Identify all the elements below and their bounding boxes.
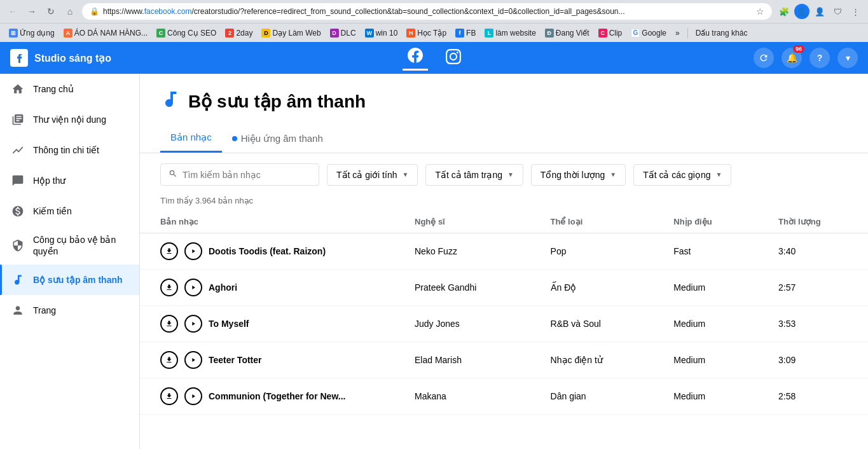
filter-giong[interactable]: Tất cả các giọng ▼	[633, 164, 731, 186]
sidebar-library-label: Thư viện nội dung	[33, 114, 106, 125]
play-btn-4[interactable]	[184, 351, 202, 369]
tabs: Bản nhạc Hiệu ứng âm thanh	[140, 124, 868, 153]
notifications-button[interactable]: 🔔 96	[782, 48, 802, 68]
song-tempo-5: Medium	[653, 378, 758, 415]
table-header: Bản nhạc Nghệ sĩ Thể loại Nhịp điệu Thời…	[140, 211, 868, 233]
content-inner: Bộ sưu tập âm thanh Bản nhạc Hiệu ứng âm…	[140, 74, 868, 449]
star-icon[interactable]: ☆	[756, 6, 764, 17]
day-favicon: D	[261, 29, 270, 38]
filter-thoi-luong[interactable]: Tổng thời lượng ▼	[531, 164, 626, 186]
main-layout: Trang chủ Thư viện nội dung Thông tin ch…	[0, 74, 868, 449]
tab-ban-nhac[interactable]: Bản nhạc	[160, 124, 222, 153]
play-btn-3[interactable]	[184, 315, 202, 333]
dropdown-button[interactable]: ▾	[837, 48, 858, 68]
security-icon[interactable]: 🛡	[830, 4, 845, 19]
header-logo: Studio sáng tạo	[10, 49, 111, 67]
song-title-2: Aghori	[209, 282, 237, 293]
bookmark-fb[interactable]: f FB	[451, 27, 479, 39]
search-input[interactable]	[183, 170, 311, 180]
song-genre-1: Pop	[530, 233, 654, 270]
filter-tam-trang[interactable]: Tất cả tâm trạng ▼	[425, 164, 523, 186]
song-genre-5: Dân gian	[530, 378, 654, 415]
song-tempo-2: Medium	[653, 270, 758, 306]
music-table-wrapper: Bản nhạc Nghệ sĩ Thể loại Nhịp điệu Thời…	[140, 211, 868, 415]
search-box[interactable]	[160, 163, 319, 186]
play-btn-1[interactable]	[184, 242, 202, 260]
sidebar-item-home[interactable]: Trang chủ	[0, 74, 139, 104]
2day-favicon: 2	[225, 29, 234, 38]
forward-button[interactable]: →	[24, 4, 39, 19]
library-icon	[10, 112, 25, 127]
song-cell-4: Teeter Totter	[140, 342, 394, 378]
platform-instagram[interactable]	[441, 46, 466, 70]
song-genre-4: Nhạc điện tử	[530, 342, 654, 378]
bookmark-win10[interactable]: W win 10	[361, 27, 402, 39]
bookmark-dlc[interactable]: D DLC	[326, 27, 360, 39]
profile-button[interactable]: 👤	[794, 4, 809, 19]
play-btn-2[interactable]	[184, 279, 202, 296]
sidebar-item-library[interactable]: Thư viện nội dung	[0, 104, 139, 135]
sidebar-item-insights[interactable]: Thông tin chi tiết	[0, 135, 139, 165]
lock-icon: 🔒	[90, 7, 99, 16]
download-btn-1[interactable]	[160, 242, 178, 260]
account-button[interactable]: 👤	[812, 4, 827, 19]
bookmark-hoc-tap-label: Học Tập	[417, 29, 446, 38]
bookmark-day-lam-web[interactable]: D Dạy Làm Web	[258, 27, 324, 39]
song-cell-content-2: Aghori	[160, 279, 374, 296]
chevron-down-icon: ▾	[846, 53, 850, 63]
bookmark-dang-viet[interactable]: Đ Đang Viết	[541, 27, 593, 39]
google-favicon: G	[631, 29, 640, 38]
dang-viet-favicon: Đ	[545, 29, 554, 38]
refresh-button[interactable]: ↻	[43, 4, 59, 19]
home-button[interactable]: ⌂	[62, 4, 78, 19]
bookmark-hoc-tap[interactable]: H Học Tập	[403, 27, 450, 39]
help-button[interactable]: ?	[809, 48, 830, 68]
sidebar-item-sound-collection[interactable]: Bộ sưu tập âm thanh	[0, 265, 139, 295]
song-duration-1: 3:40	[758, 233, 868, 270]
sidebar-item-monetize[interactable]: Kiếm tiền	[0, 196, 139, 226]
results-count-text: Tìm thấy 3.964 bản nhạc	[160, 196, 253, 205]
header-refresh-btn[interactable]	[754, 48, 774, 68]
filter-gioi-tinh[interactable]: Tất cả giới tính ▼	[327, 164, 418, 186]
sidebar-item-pages[interactable]: Trang	[0, 295, 139, 326]
bookmark-google-label: Google	[642, 29, 666, 38]
address-bar[interactable]: 🔒 https://www.facebook.com/creatorstudio…	[81, 3, 773, 20]
tab-hieu-ung[interactable]: Hiệu ứng âm thanh	[222, 125, 333, 152]
bookmark-cong-cu[interactable]: C Công Cụ SEO	[153, 27, 220, 39]
download-btn-4[interactable]	[160, 351, 178, 369]
menu-button[interactable]: ⋮	[848, 4, 863, 19]
bookmark-google[interactable]: G Google	[627, 27, 670, 39]
bookmark-more[interactable]: »	[672, 27, 684, 39]
bookmark-other[interactable]: Dấu trang khác	[692, 27, 752, 39]
home-icon	[10, 81, 25, 97]
play-btn-5[interactable]	[184, 387, 202, 405]
sidebar-home-label: Trang chủ	[33, 83, 74, 95]
extensions-button[interactable]: 🧩	[776, 4, 792, 19]
bookmark-apps[interactable]: ⊞ Ứng dụng	[5, 27, 59, 39]
url-display: https://www.facebook.com/creatorstudio/?…	[103, 7, 752, 16]
bookmark-ao-da[interactable]: A ÁO DÁ NAM HÀNG...	[60, 27, 151, 39]
song-title-3: To Myself	[209, 319, 249, 329]
bookmark-lam-website[interactable]: L làm website	[481, 27, 539, 39]
bookmark-clip[interactable]: C Clip	[595, 27, 626, 39]
pages-icon	[10, 303, 25, 318]
bookmark-2day[interactable]: 2 2day	[221, 27, 256, 39]
bookmark-win10-label: win 10	[376, 29, 398, 38]
back-button[interactable]: ←	[5, 4, 20, 19]
download-btn-5[interactable]	[160, 387, 178, 405]
header-title: Studio sáng tạo	[34, 52, 111, 64]
page-header: Bộ sưu tập âm thanh	[140, 74, 868, 114]
filter-chevron-3: ▼	[610, 171, 616, 178]
browser-chrome: ← → ↻ ⌂ 🔒 https://www.facebook.com/creat…	[0, 0, 868, 42]
song-artist-5: Makana	[394, 378, 530, 415]
table-row: Teeter Totter Elad Marish Nhạc điện tử M…	[140, 342, 868, 378]
col-header-nghe-si: Nghệ sĩ	[394, 211, 530, 233]
sidebar-item-copyright[interactable]: Công cụ bảo vệ bản quyền	[0, 226, 139, 265]
tab-hieu-ung-label: Hiệu ứng âm thanh	[241, 133, 323, 144]
sidebar-item-inbox[interactable]: Hộp thư	[0, 165, 139, 196]
song-cell-5: Communion (Together for New...	[140, 378, 394, 415]
download-btn-2[interactable]	[160, 279, 178, 296]
page-header-icon	[160, 89, 181, 114]
platform-facebook[interactable]	[403, 45, 428, 71]
download-btn-3[interactable]	[160, 315, 178, 333]
